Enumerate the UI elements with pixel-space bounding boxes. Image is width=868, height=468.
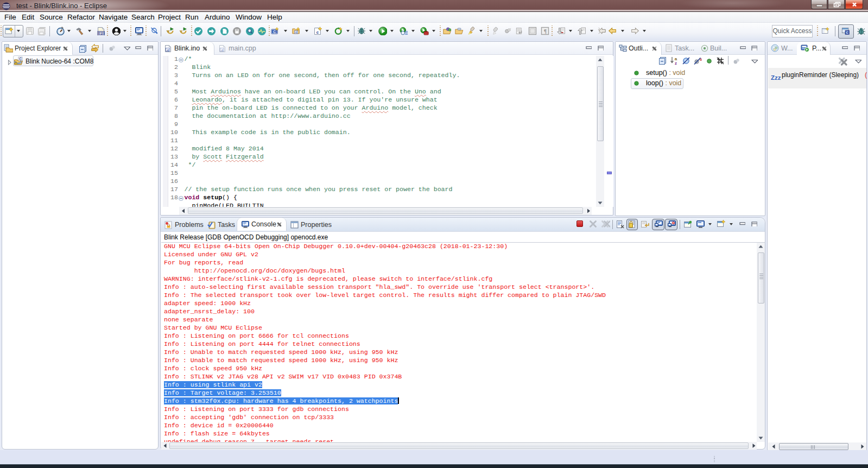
svg-text:z: z: [675, 61, 677, 65]
svg-text:C: C: [846, 31, 848, 34]
svg-text:c: c: [316, 30, 319, 35]
svg-text:.c: .c: [221, 48, 224, 52]
svg-text:.c: .c: [167, 48, 169, 52]
svg-text:c: c: [295, 30, 297, 34]
svg-text:C: C: [19, 57, 22, 61]
svg-text:010: 010: [98, 31, 104, 35]
svg-text:C: C: [273, 30, 276, 34]
svg-text:¶: ¶: [544, 28, 547, 34]
